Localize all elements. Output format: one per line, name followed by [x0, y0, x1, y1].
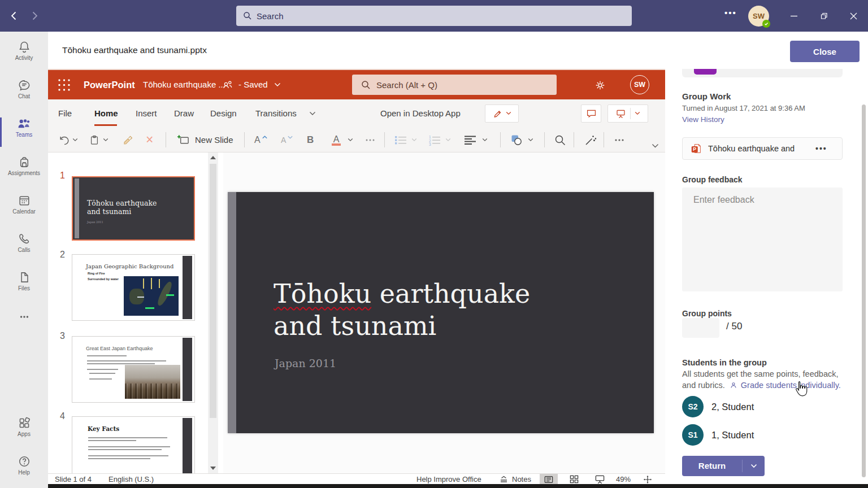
designer-button[interactable] [584, 128, 597, 152]
slide-thumbnail-2[interactable]: Japan Geographic Background Ring of Fire… [72, 254, 195, 321]
tab-draw[interactable]: Draw [174, 99, 194, 128]
settings-gear-icon[interactable] [594, 79, 606, 91]
paste-button[interactable] [89, 128, 100, 152]
more-commands-icon[interactable] [613, 128, 626, 152]
normal-view-button[interactable] [540, 474, 558, 485]
attachment-card[interactable]: P Tōhoku earthquake and ••• [682, 137, 843, 160]
sidebar-item-files[interactable]: Files [0, 270, 48, 305]
grow-font-button[interactable]: A [254, 128, 268, 152]
attachment-more-icon[interactable]: ••• [815, 144, 827, 153]
ppt-workspace: 1 Tōhoku earthquakeand tsunami Japan 201… [48, 152, 665, 473]
notes-button[interactable]: Notes [512, 474, 531, 485]
slide-canvas[interactable]: Tōhoku earthquakeand tsunami Japan 2011 [228, 192, 654, 433]
student-row[interactable]: S2 2, Student [682, 396, 754, 417]
save-status-chevron-icon[interactable] [274, 82, 281, 88]
present-button[interactable] [607, 104, 648, 123]
slide-sorter-view-button[interactable] [565, 474, 583, 485]
ppt-search-input[interactable]: Search (Alt + Q) [352, 75, 557, 95]
open-desktop-app-button[interactable]: Open in Desktop App [380, 99, 461, 128]
slide-thumbnail-1[interactable]: Tōhoku earthquakeand tsunami Japan 2011 [72, 176, 195, 241]
return-button[interactable]: Return [682, 456, 742, 476]
view-history-link[interactable]: View History [682, 115, 724, 124]
close-window-icon[interactable] [841, 0, 866, 32]
minimize-button[interactable] [782, 0, 806, 32]
slide-thumbnail-3[interactable]: Great East Japan Earthquake [72, 336, 195, 403]
slide-subtitle[interactable]: Japan 2011 [275, 357, 336, 369]
comments-button[interactable] [581, 104, 601, 123]
font-color-chevron-icon[interactable] [348, 128, 353, 152]
tab-insert[interactable]: Insert [136, 99, 157, 128]
avatar[interactable]: SW [748, 6, 769, 27]
forward-icon[interactable] [28, 10, 41, 22]
help-improve-office-link[interactable]: Help Improve Office [416, 474, 481, 485]
ppt-app-name[interactable]: PowerPoint [84, 70, 135, 99]
more-tabs-chevron-icon[interactable] [309, 111, 316, 116]
tab-design[interactable]: Design [210, 99, 237, 128]
points-input[interactable] [682, 318, 719, 338]
bold-button[interactable]: B [307, 128, 314, 152]
scrollbar-thumb[interactable] [210, 164, 216, 418]
slide-thumbnail-4[interactable]: Key Facts [72, 416, 195, 473]
sidebar-item-teams[interactable]: Teams [0, 116, 48, 151]
feedback-textarea[interactable] [682, 188, 843, 291]
return-split-button: Return [682, 456, 765, 476]
slideshow-view-button[interactable] [591, 474, 609, 485]
grade-individually-link[interactable]: Grade students individually. [741, 381, 841, 390]
shapes-button[interactable] [510, 128, 523, 152]
thumbnail-scrollbar[interactable] [208, 152, 218, 473]
ribbon-tab-bar: File Home Insert Draw Design Transitions… [48, 99, 665, 128]
restore-button[interactable] [811, 0, 836, 32]
tab-file[interactable]: File [58, 99, 72, 128]
editing-mode-button[interactable] [485, 104, 519, 123]
sidebar-item-activity[interactable]: Activity [0, 40, 48, 75]
pencil-icon [493, 108, 503, 119]
numbering-chevron-icon[interactable] [445, 128, 451, 152]
slide-title[interactable]: Tōhoku earthquakeand tsunami [274, 278, 624, 342]
sidebar-item-apps[interactable]: Apps [0, 416, 48, 451]
ppt-avatar[interactable]: SW [630, 75, 649, 94]
search-icon [361, 80, 371, 90]
student-avatar: S2 [682, 396, 704, 417]
ppt-doc-title[interactable]: Tōhoku earthquake ... [143, 70, 225, 99]
close-button[interactable]: Close [790, 41, 860, 62]
fit-to-window-icon[interactable] [639, 474, 657, 485]
teams-search-input[interactable]: Search [236, 6, 632, 26]
new-slide-button[interactable]: New Slide [176, 128, 233, 152]
shrink-font-button[interactable]: A [281, 128, 293, 152]
sidebar-item-calendar[interactable]: Calendar [0, 193, 48, 228]
app-launcher-icon[interactable] [57, 77, 72, 93]
numbering-button[interactable]: 123 [428, 128, 441, 152]
panel-scrollbar[interactable] [862, 104, 866, 477]
zoom-level[interactable]: 49% [616, 474, 631, 485]
sidebar-item-help[interactable]: Help [0, 454, 48, 488]
bullets-button[interactable] [394, 128, 407, 152]
shapes-chevron-icon[interactable] [528, 128, 533, 152]
back-icon[interactable] [8, 10, 20, 22]
more-font-options-icon[interactable] [364, 128, 376, 152]
scroll-up-icon[interactable] [210, 156, 216, 159]
language-indicator[interactable]: English (U.S.) [108, 474, 154, 485]
undo-chevron-icon[interactable] [72, 128, 78, 152]
rail-more-icon[interactable] [0, 310, 48, 345]
paste-chevron-icon[interactable] [103, 128, 108, 152]
tab-home[interactable]: Home [94, 99, 118, 128]
sidebar-item-chat[interactable]: Chat [0, 78, 48, 113]
font-color-button[interactable]: A [332, 128, 341, 152]
bullets-chevron-icon[interactable] [411, 128, 417, 152]
collapse-ribbon-chevron-icon[interactable] [652, 143, 659, 149]
collaborators-icon[interactable] [221, 79, 235, 92]
rubric-bar-partial[interactable] [682, 69, 843, 77]
more-options-icon[interactable]: ••• [722, 8, 739, 18]
format-painter-icon[interactable] [121, 128, 135, 152]
return-options-chevron-icon[interactable] [743, 456, 765, 476]
undo-button[interactable] [58, 128, 71, 152]
align-button[interactable] [463, 128, 477, 152]
align-chevron-icon[interactable] [482, 128, 488, 152]
delete-icon[interactable]: × [146, 128, 153, 152]
sidebar-item-calls[interactable]: Calls [0, 232, 48, 267]
slide-indicator[interactable]: Slide 1 of 4 [55, 474, 92, 485]
tab-transitions[interactable]: Transitions [255, 99, 297, 128]
sidebar-item-assignments[interactable]: Assignments [0, 155, 48, 190]
student-row[interactable]: S1 1, Student [682, 424, 754, 446]
find-button[interactable] [554, 128, 566, 152]
